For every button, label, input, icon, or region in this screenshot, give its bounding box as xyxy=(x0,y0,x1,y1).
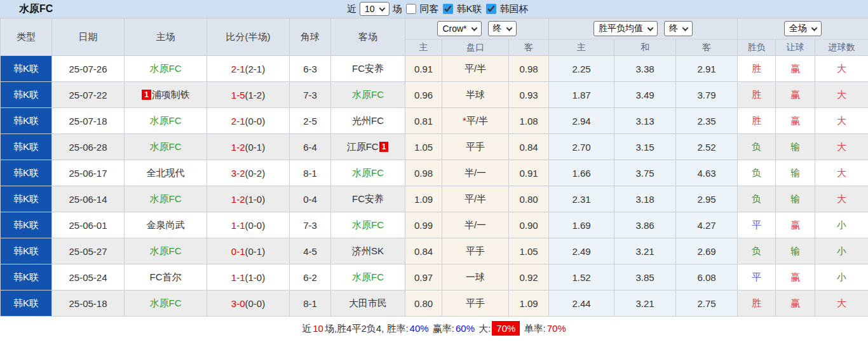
league-cell: 韩K联 xyxy=(1,134,52,160)
col-header-score: 比分(半场) xyxy=(207,18,290,56)
europe-home-odds-cell: 1.66 xyxy=(549,160,614,186)
asia-line-text: 平手 xyxy=(466,141,485,152)
goals-value: 大 xyxy=(837,193,846,204)
asia-odds-group: Crow* 终 xyxy=(405,18,549,39)
asia-away-odds-cell: 0.90 xyxy=(509,212,549,238)
scope-value: 全场 xyxy=(789,23,807,34)
result-value: 负 xyxy=(752,167,761,178)
goals-value: 大 xyxy=(837,63,846,74)
result-cell: 负 xyxy=(738,238,776,264)
recent-count-select[interactable]: 10 xyxy=(360,2,390,16)
asia-away-odds-cell: 0.98 xyxy=(509,56,549,82)
corner-cell: 6-3 xyxy=(290,56,331,82)
date-cell: 25-07-18 xyxy=(52,108,125,134)
europe-home-odds-cell: 1.52 xyxy=(549,264,614,291)
summary-segment: 60% xyxy=(456,323,475,334)
asia-away-odds-cell: 0.84 xyxy=(509,134,549,160)
handicap-cell: 赢 xyxy=(776,212,815,238)
away-team-cell: 水原FC xyxy=(331,264,405,291)
result-cell: 胜 xyxy=(738,291,776,317)
score-cell: 1-1(1-0) xyxy=(207,264,290,291)
result-cell: 负 xyxy=(738,186,776,212)
result-value: 胜 xyxy=(752,298,761,308)
asia-away-odds-cell: 0.91 xyxy=(509,160,549,186)
corner-cell: 2-5 xyxy=(290,108,331,134)
asia-home-odds-cell: 0.99 xyxy=(405,212,442,238)
europe-odds-select[interactable]: 胜平负均值 xyxy=(593,21,658,36)
korea-cup-checkbox[interactable] xyxy=(486,4,496,14)
corner-cell: 7-3 xyxy=(290,82,331,108)
full-time-score: 1-1 xyxy=(231,220,245,231)
score-cell: 2-1(0-0) xyxy=(207,108,290,134)
europe-stage-select[interactable]: 终 xyxy=(664,21,693,36)
bookmaker-select[interactable]: Crow* xyxy=(437,21,481,36)
result-cell: 胜 xyxy=(738,82,776,108)
handicap-value: 输 xyxy=(790,141,800,152)
away-team-cell: 水原FC xyxy=(331,212,405,238)
asia-stage-value: 终 xyxy=(493,23,502,34)
away-team-cell: FC安养 xyxy=(331,186,405,212)
score-cell: 0-1(0-1) xyxy=(207,238,290,264)
europe-draw-odds-cell: 3.86 xyxy=(614,212,676,238)
corner-cell: 4-5 xyxy=(290,238,331,264)
summary-segment: 40% xyxy=(410,323,429,334)
corner-cell: 7-3 xyxy=(290,212,331,238)
asia-line-cell: 一球 xyxy=(442,264,509,291)
goals-cell: 大 xyxy=(815,291,868,317)
half-time-score: (2-1) xyxy=(245,64,266,74)
col-header-corner: 角球 xyxy=(290,18,331,56)
goals-value: 大 xyxy=(837,89,846,100)
result-cell: 平 xyxy=(738,264,776,291)
chevron-down-icon xyxy=(811,25,818,31)
goals-cell: 大 xyxy=(815,186,868,212)
home-team-cell: 1浦项制铁 xyxy=(125,82,207,108)
corner-cell: 6-4 xyxy=(290,134,331,160)
asia-away-odds-cell: 0.93 xyxy=(509,82,549,108)
goals-cell: 大 xyxy=(815,82,868,108)
full-time-score: 1-2 xyxy=(231,194,245,205)
result-value: 平 xyxy=(752,219,761,230)
full-time-score: 1-1 xyxy=(231,272,245,283)
same-venue-checkbox[interactable] xyxy=(405,4,416,14)
half-time-score: (0-1) xyxy=(245,142,266,153)
europe-odds-group: 胜平负均值 终 xyxy=(549,18,738,39)
scope-select[interactable]: 全场 xyxy=(784,21,822,36)
asia-line-cell: 平/半 xyxy=(442,56,509,82)
goals-value: 大 xyxy=(837,141,846,152)
table-row: 韩K联25-07-18水原FC2-1(0-0)2-5光州FC0.81*平/半1.… xyxy=(1,108,868,134)
subcol-asia-home: 主 xyxy=(405,39,442,56)
away-team-name: 水原FC xyxy=(352,219,384,230)
result-group: 全场 xyxy=(738,18,868,39)
home-team-cell: 水原FC xyxy=(125,56,207,82)
asia-line-cell: 平手 xyxy=(442,238,509,264)
europe-home-odds-cell: 2.25 xyxy=(549,56,614,82)
full-time-score: 1-5 xyxy=(231,90,245,100)
home-team-name: 全北现代 xyxy=(147,167,185,178)
result-value: 胜 xyxy=(752,115,761,126)
table-row: 韩K联25-06-14水原FC1-2(1-0)0-4FC安养1.09平/半0.8… xyxy=(1,186,868,212)
league-cell: 韩K联 xyxy=(1,56,52,82)
europe-away-odds-cell: 2.95 xyxy=(676,186,738,212)
rank-badge: 1 xyxy=(142,90,151,100)
date-cell: 25-05-24 xyxy=(52,264,125,291)
recent-count-value: 10 xyxy=(365,4,375,14)
half-time-score: (1-2) xyxy=(245,90,266,100)
handicap-cell: 输 xyxy=(776,186,815,212)
europe-draw-odds-cell: 3.15 xyxy=(614,134,676,160)
result-value: 平 xyxy=(752,271,761,282)
asia-stage-select[interactable]: 终 xyxy=(488,21,517,36)
full-time-score: 2-1 xyxy=(231,64,245,74)
score-cell: 1-2(0-1) xyxy=(207,134,290,160)
kleague-checkbox[interactable] xyxy=(442,4,452,14)
summary-segment: 大: xyxy=(476,323,491,334)
result-cell: 平 xyxy=(738,212,776,238)
score-cell: 3-0(0-0) xyxy=(207,291,290,317)
chevron-down-icon xyxy=(506,25,512,31)
handicap-cell: 输 xyxy=(776,160,815,186)
home-team-name: 水原FC xyxy=(150,115,182,126)
handicap-value: 赢 xyxy=(790,115,800,126)
handicap-value: 赢 xyxy=(790,63,800,74)
asia-line-text: 平/半 xyxy=(465,193,486,204)
goals-cell: 大 xyxy=(815,160,868,186)
asia-home-odds-cell: 0.80 xyxy=(405,291,442,317)
